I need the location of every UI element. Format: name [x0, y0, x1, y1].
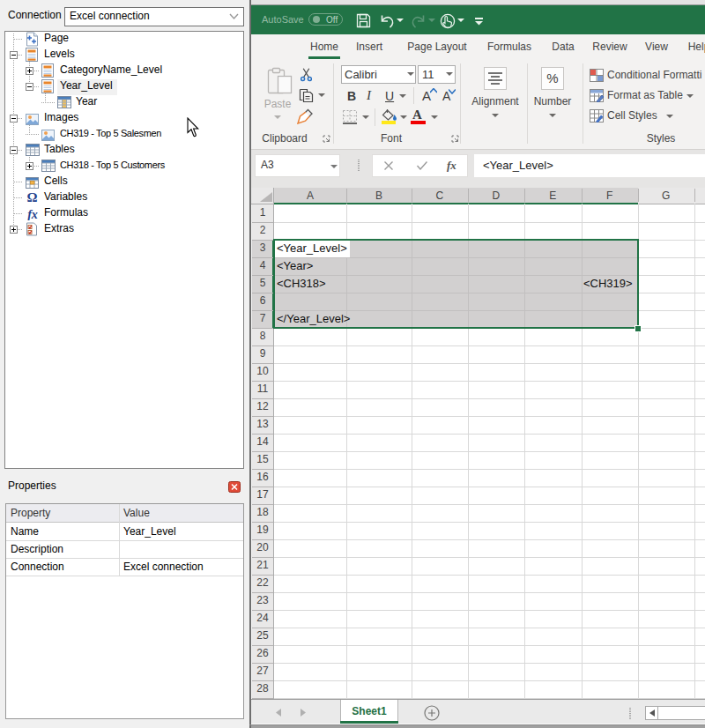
svg-text:fx: fx — [27, 209, 38, 220]
svg-text:Ω: Ω — [26, 191, 37, 204]
